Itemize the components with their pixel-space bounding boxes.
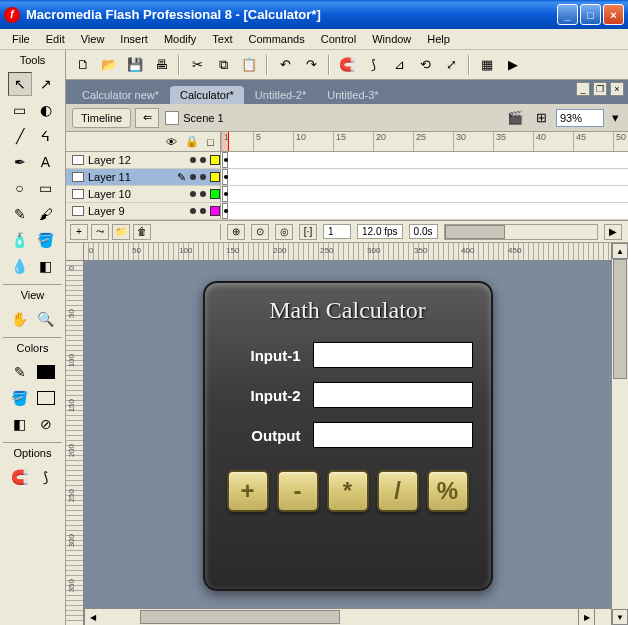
print-icon[interactable]: 🖶 xyxy=(150,54,172,76)
save-file-icon[interactable]: 💾 xyxy=(124,54,146,76)
output-field[interactable] xyxy=(313,422,473,448)
eye-column-icon[interactable]: 👁 xyxy=(166,136,177,148)
divide-button[interactable]: / xyxy=(377,470,419,512)
center-frame-icon[interactable]: ⊕ xyxy=(227,224,245,240)
tab-calculator-new[interactable]: Calculator new* xyxy=(72,86,169,104)
onion-skin-icon[interactable]: ⊙ xyxy=(251,224,269,240)
straighten-icon[interactable]: ⊿ xyxy=(388,54,410,76)
menu-window[interactable]: Window xyxy=(364,31,419,47)
insert-layer-button[interactable]: + xyxy=(70,224,88,240)
maximize-button[interactable]: □ xyxy=(580,4,601,25)
fill-color-icon[interactable]: 🪣 xyxy=(8,386,32,410)
stage-canvas[interactable]: Math Calculator Input-1 Input-2 Output xyxy=(84,261,611,608)
timeline-scrollbar[interactable] xyxy=(444,224,599,240)
eraser-tool[interactable]: ◧ xyxy=(34,254,58,278)
subselection-tool[interactable]: ↗ xyxy=(34,72,58,96)
stage-horizontal-scrollbar[interactable]: ◀ ▶ xyxy=(84,608,611,625)
menu-edit[interactable]: Edit xyxy=(38,31,73,47)
edit-frames-icon[interactable]: [·] xyxy=(299,224,317,240)
scroll-right-icon[interactable]: ▶ xyxy=(604,224,622,240)
timeline-layer-row[interactable]: Layer 10 xyxy=(66,186,628,203)
text-tool[interactable]: A xyxy=(34,150,58,174)
rotate-icon[interactable]: ⟲ xyxy=(414,54,436,76)
paste-icon[interactable]: 📋 xyxy=(238,54,260,76)
menu-file[interactable]: File xyxy=(4,31,38,47)
add-button[interactable]: + xyxy=(227,470,269,512)
scale-icon[interactable]: ⤢ xyxy=(440,54,462,76)
onion-outline-icon[interactable]: ◎ xyxy=(275,224,293,240)
tab-calculator[interactable]: Calculator* xyxy=(170,86,244,104)
menu-text[interactable]: Text xyxy=(204,31,240,47)
timeline-layer-row[interactable]: Layer 9 xyxy=(66,203,628,220)
paint-bucket-tool[interactable]: 🪣 xyxy=(34,228,58,252)
delete-layer-button[interactable]: 🗑 xyxy=(133,224,151,240)
free-transform-tool[interactable]: ▭ xyxy=(8,98,32,122)
undo-icon[interactable]: ↶ xyxy=(274,54,296,76)
new-file-icon[interactable]: 🗋 xyxy=(72,54,94,76)
scroll-left-icon[interactable]: ◀ xyxy=(84,609,100,625)
stroke-color-swatch[interactable] xyxy=(34,360,58,384)
timeline-toggle-button[interactable]: Timeline xyxy=(72,108,131,128)
doc-minimize-icon[interactable]: _ xyxy=(576,82,590,96)
subtract-button[interactable]: - xyxy=(277,470,319,512)
edit-symbol-icon[interactable]: ⊞ xyxy=(530,107,552,129)
eyedropper-tool[interactable]: 💧 xyxy=(8,254,32,278)
scroll-up-icon[interactable]: ▲ xyxy=(612,243,628,259)
redo-icon[interactable]: ↷ xyxy=(300,54,322,76)
menu-control[interactable]: Control xyxy=(313,31,364,47)
input1-field[interactable] xyxy=(313,342,473,368)
stroke-color-icon[interactable]: ✎ xyxy=(8,360,32,384)
hand-tool[interactable]: ✋ xyxy=(8,307,32,331)
cut-icon[interactable]: ✂ xyxy=(186,54,208,76)
oval-tool[interactable]: ○ xyxy=(8,176,32,200)
line-tool[interactable]: ╱ xyxy=(8,124,32,148)
timeline-layer-row[interactable]: Layer 12 xyxy=(66,152,628,169)
zoom-dropdown-icon[interactable]: ▾ xyxy=(608,107,622,129)
align-icon[interactable]: ▦ xyxy=(476,54,498,76)
snap-option-icon[interactable]: 🧲 xyxy=(8,465,32,489)
lock-column-icon[interactable]: 🔒 xyxy=(185,135,199,148)
ink-bottle-tool[interactable]: 🧴 xyxy=(8,228,32,252)
timeline-frame-ruler[interactable]: 1 5 10 15 20 25 30 35 40 45 50 xyxy=(221,132,628,151)
menu-modify[interactable]: Modify xyxy=(156,31,204,47)
bw-swap-icon[interactable]: ◧ xyxy=(8,412,32,436)
outline-column-icon[interactable]: □ xyxy=(207,136,214,148)
doc-close-icon[interactable]: × xyxy=(610,82,624,96)
smooth-option-icon[interactable]: ⟆ xyxy=(34,465,58,489)
menu-view[interactable]: View xyxy=(73,31,113,47)
selection-tool[interactable]: ↖ xyxy=(8,72,32,96)
modulo-button[interactable]: % xyxy=(427,470,469,512)
edit-scene-icon[interactable]: 🎬 xyxy=(504,107,526,129)
rectangle-tool[interactable]: ▭ xyxy=(34,176,58,200)
debug-icon[interactable]: ▶ xyxy=(502,54,524,76)
open-file-icon[interactable]: 📂 xyxy=(98,54,120,76)
zoom-tool[interactable]: 🔍 xyxy=(34,307,58,331)
scroll-down-icon[interactable]: ▼ xyxy=(612,609,628,625)
insert-folder-button[interactable]: 📁 xyxy=(112,224,130,240)
brush-tool[interactable]: 🖌 xyxy=(34,202,58,226)
menu-insert[interactable]: Insert xyxy=(112,31,156,47)
menu-help[interactable]: Help xyxy=(419,31,458,47)
copy-icon[interactable]: ⧉ xyxy=(212,54,234,76)
close-button[interactable]: × xyxy=(603,4,624,25)
lasso-tool[interactable]: ᔦ xyxy=(34,124,58,148)
scroll-right-icon[interactable]: ▶ xyxy=(578,609,594,625)
stage-vertical-scrollbar[interactable]: ▲ ▼ xyxy=(611,243,628,625)
snap-icon[interactable]: 🧲 xyxy=(336,54,358,76)
no-color-icon[interactable]: ⊘ xyxy=(34,412,58,436)
gradient-tool[interactable]: ◐ xyxy=(34,98,58,122)
input2-field[interactable] xyxy=(313,382,473,408)
pencil-tool[interactable]: ✎ xyxy=(8,202,32,226)
pen-tool[interactable]: ✒ xyxy=(8,150,32,174)
zoom-input[interactable] xyxy=(556,109,604,127)
scene-back-button[interactable]: ⇐ xyxy=(135,108,159,128)
smooth-icon[interactable]: ⟆ xyxy=(362,54,384,76)
multiply-button[interactable]: * xyxy=(327,470,369,512)
insert-motion-guide-button[interactable]: ⤳ xyxy=(91,224,109,240)
minimize-button[interactable]: _ xyxy=(557,4,578,25)
timeline-layer-row[interactable]: Layer 11✎ xyxy=(66,169,628,186)
menu-commands[interactable]: Commands xyxy=(240,31,312,47)
doc-restore-icon[interactable]: ❐ xyxy=(593,82,607,96)
tab-untitled-2[interactable]: Untitled-2* xyxy=(245,86,316,104)
tab-untitled-3[interactable]: Untitled-3* xyxy=(317,86,388,104)
